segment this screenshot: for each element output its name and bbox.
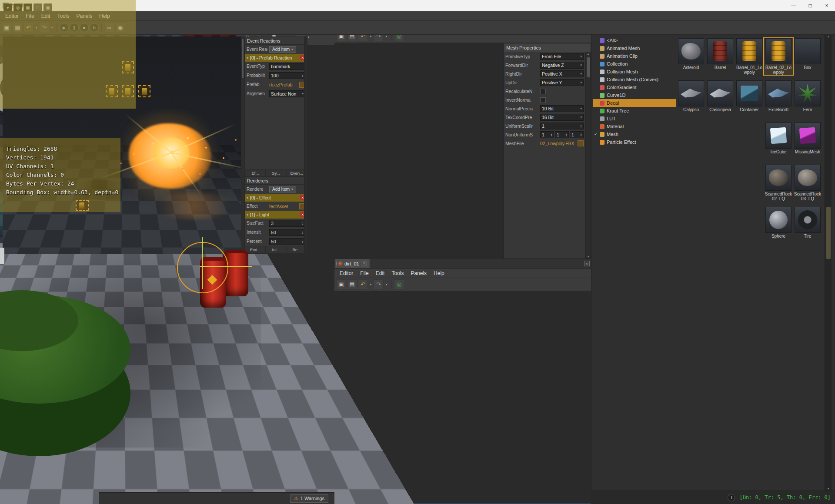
forwarddir-dropdown[interactable]: Negative Z▾ bbox=[540, 62, 584, 69]
asset-type-item[interactable]: ✓Mesh bbox=[593, 130, 676, 138]
alignmen-dropdown[interactable]: Surface Non▾ bbox=[269, 90, 305, 97]
asset-type-item[interactable]: Animated Mesh bbox=[593, 44, 676, 52]
maximize-button[interactable]: □ bbox=[802, 0, 818, 11]
asset-thumbnail[interactable]: IceCube bbox=[764, 123, 793, 154]
camera-icon[interactable]: ▣ bbox=[43, 11, 52, 11]
percent-spinbox[interactable]: 50▴▾ bbox=[269, 238, 305, 245]
asset-thumbnail[interactable]: Asteroid bbox=[677, 38, 705, 70]
section-tab[interactable]: Ef... bbox=[245, 169, 266, 177]
save-icon[interactable]: ▣ bbox=[2, 23, 12, 33]
asset-type-item[interactable]: Animation Clip bbox=[593, 52, 676, 60]
spin-down-icon[interactable]: ▾ bbox=[302, 223, 304, 225]
restart-icon[interactable]: ↻ bbox=[90, 23, 99, 32]
primitivetyp-dropdown[interactable]: From File▾ bbox=[540, 53, 584, 60]
section-tab[interactable]: Sy... bbox=[266, 169, 287, 177]
menu-help[interactable]: Help bbox=[430, 269, 448, 277]
asset-thumbnail[interactable]: Barrel_02_Lowpoly bbox=[764, 38, 793, 75]
recalculaten-checkbox[interactable] bbox=[540, 89, 546, 94]
particle-preview-scrollbar[interactable] bbox=[241, 36, 244, 254]
collapsed-panel-handle[interactable] bbox=[0, 248, 4, 264]
probabilit-spinbox[interactable]: 100▴▾ bbox=[269, 72, 305, 79]
add-event-reaction-button[interactable]: Add Item▾ bbox=[269, 46, 296, 53]
menu-panels[interactable]: Panels bbox=[407, 269, 430, 277]
dropdown-caret-icon[interactable]: ▾ bbox=[369, 283, 373, 286]
spin-down-icon[interactable]: ▾ bbox=[302, 76, 304, 77]
asset-type-item[interactable]: Decal bbox=[593, 99, 676, 107]
gizmo-axis-x[interactable] bbox=[200, 266, 236, 267]
selection-gizmo-circle[interactable] bbox=[177, 242, 228, 293]
browse-asset-icon[interactable] bbox=[578, 140, 584, 146]
pause-icon[interactable]: ∥ bbox=[70, 23, 79, 32]
gizmo-axis-y[interactable] bbox=[202, 237, 203, 289]
asset-type-item[interactable]: LUT bbox=[593, 115, 676, 123]
dropdown-caret-icon[interactable]: ▾ bbox=[384, 283, 388, 286]
asset-thumbnail[interactable]: Tire bbox=[793, 207, 822, 239]
spin-down-icon[interactable]: ▾ bbox=[302, 232, 304, 234]
tab-dirt-01[interactable]: dirt_01× bbox=[335, 259, 370, 268]
menu-edit[interactable]: Edit bbox=[38, 12, 54, 20]
dropdown-caret-icon[interactable]: ▾ bbox=[50, 26, 54, 30]
prefab-reaction-group-header[interactable]: ▾[0] - Prefab Reaction × bbox=[245, 54, 307, 62]
menu-edit[interactable]: Edit bbox=[372, 269, 388, 277]
asset-thumbnail[interactable]: Sphere bbox=[764, 207, 793, 239]
undo-icon[interactable]: ↶ bbox=[23, 23, 33, 33]
asset-type-item[interactable]: Particle Effect bbox=[593, 138, 676, 146]
asset-type-item[interactable]: <All> bbox=[593, 36, 676, 44]
section-tab[interactable]: Emi... bbox=[245, 246, 266, 253]
asset-grid-scrollbar[interactable]: ▴▾ bbox=[825, 34, 832, 491]
rightdir-dropdown[interactable]: Positive X▾ bbox=[540, 70, 584, 77]
spin-down-icon[interactable]: ▾ bbox=[581, 126, 582, 128]
spin-down-icon[interactable]: ▾ bbox=[551, 135, 552, 136]
meshfile-asset-reference[interactable]: 02_Lowpoly.FBX bbox=[540, 141, 577, 146]
maximize-view-icon[interactable]: □ bbox=[33, 11, 42, 11]
open-icon[interactable]: ▤ bbox=[347, 279, 357, 289]
asset-type-item[interactable]: Collision Mesh bbox=[593, 68, 676, 76]
invertnorma-checkbox[interactable] bbox=[540, 97, 546, 103]
asset-thumbnail[interactable]: Barrel_01_Lowpoly bbox=[735, 38, 764, 75]
asset-thumbnail[interactable]: ExcelsiorII bbox=[764, 80, 793, 112]
close-tab-icon[interactable]: × bbox=[362, 261, 367, 266]
pin-icon[interactable]: ◉ bbox=[115, 23, 125, 33]
intensit-spinbox[interactable]: 50▴▾ bbox=[269, 229, 305, 236]
world-settings-icon[interactable]: ◎ bbox=[394, 279, 404, 289]
menu-editor[interactable]: Editor bbox=[336, 269, 357, 277]
dock-close-icon[interactable]: × bbox=[584, 261, 590, 266]
save-icon[interactable]: ▣ bbox=[336, 279, 346, 289]
eventtyp-input[interactable]: burnmark bbox=[269, 63, 305, 70]
asset-thumbnail[interactable]: ScannedRock02_LQ bbox=[764, 165, 793, 201]
asset-thumbnail[interactable]: Barrel bbox=[706, 38, 735, 70]
vector-component-input[interactable]: 1▴▾ bbox=[570, 131, 584, 138]
section-tab[interactable]: Ini... bbox=[266, 246, 287, 253]
minimize-button[interactable]: — bbox=[785, 0, 802, 11]
add-renderer-button[interactable]: Add Item▾ bbox=[269, 186, 296, 192]
asset-thumbnail[interactable]: Calypso bbox=[677, 80, 705, 112]
play-icon[interactable]: ▶ bbox=[60, 23, 69, 32]
menu-panels[interactable]: Panels bbox=[73, 12, 96, 20]
menu-tools[interactable]: Tools bbox=[388, 269, 407, 277]
panel-scrollbar[interactable] bbox=[304, 37, 307, 253]
asset-thumbnail[interactable]: Cassiopeia bbox=[706, 80, 735, 112]
spin-down-icon[interactable]: ▾ bbox=[581, 135, 582, 136]
dropdown-caret-icon[interactable]: ▾ bbox=[34, 26, 38, 30]
stop-icon[interactable]: ■ bbox=[80, 23, 89, 32]
spin-down-icon[interactable]: ▾ bbox=[566, 135, 567, 136]
asset-type-item[interactable]: Curve1D bbox=[593, 91, 676, 99]
redo-icon[interactable]: ↷ bbox=[39, 23, 49, 33]
particle-window-title-bar[interactable]: ez ezEditor — □ × bbox=[0, 0, 835, 11]
asset-thumbnail[interactable]: Fern bbox=[793, 80, 822, 112]
asset-type-item[interactable]: ColorGradient bbox=[593, 83, 676, 91]
close-button[interactable]: × bbox=[818, 0, 835, 11]
asset-thumbnail[interactable]: Container bbox=[735, 80, 764, 112]
asset-type-item[interactable]: Collection bbox=[593, 60, 676, 68]
menu-tools[interactable]: Tools bbox=[53, 12, 73, 20]
renderer-group-header[interactable]: ▾[0] - Effect× bbox=[245, 194, 307, 202]
asset-thumbnail[interactable]: ScannedRock03_LQ bbox=[793, 165, 822, 201]
undo-icon[interactable]: ↶ bbox=[358, 279, 368, 289]
asset-type-item[interactable]: Collision Mesh (Convex) bbox=[593, 76, 676, 83]
texcoordpre-dropdown[interactable]: 16 Bit▾ bbox=[540, 114, 584, 121]
normalprecis-dropdown[interactable]: 10 Bit▾ bbox=[540, 105, 584, 112]
menu-editor[interactable]: Editor bbox=[2, 12, 22, 20]
open-icon[interactable]: ▤ bbox=[13, 23, 23, 33]
prefab-asset-reference[interactable]: rk.ezPrefab bbox=[269, 82, 298, 87]
warnings-button[interactable]: ⚠ 1 Warnings bbox=[290, 494, 328, 503]
